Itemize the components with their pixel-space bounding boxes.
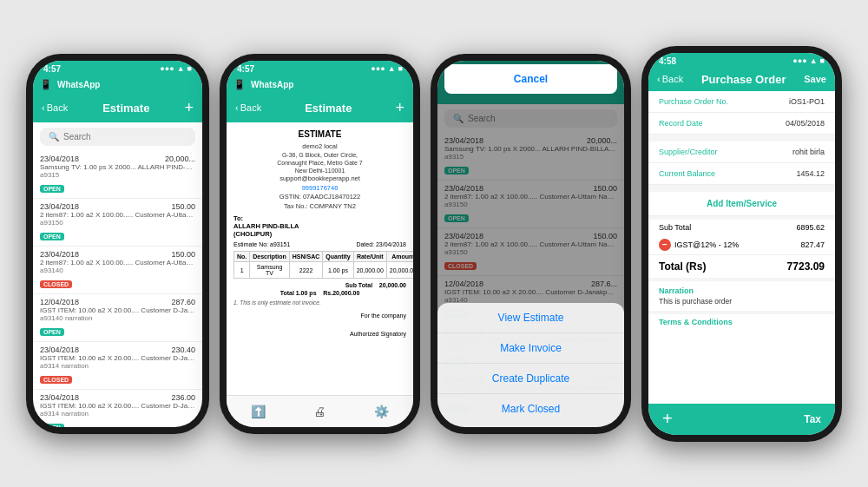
balance-label: Current Balance: [659, 169, 715, 178]
remove-tax-icon[interactable]: −: [659, 239, 671, 251]
nav-bar-4: ‹ Back Purchase Order Save: [648, 68, 835, 91]
total-label: Total (Rs): [659, 260, 706, 273]
po-number-label: Purchase Order No.: [659, 97, 728, 106]
list-item[interactable]: 23/04/2018230.40 IGST ITEM: 10.00 a2 X 2…: [33, 342, 202, 390]
tax-row: − IGST@12% - 12% 827.47: [648, 235, 835, 255]
cancel-action[interactable]: Cancel: [444, 64, 617, 94]
po-content: Purchase Order No. iOS1-PO1 Record Date …: [648, 91, 835, 435]
status-icons-4: ●●● ▲ ■: [792, 56, 825, 65]
search-input-1[interactable]: [63, 132, 187, 141]
battery-icon-2: ■: [398, 64, 403, 73]
nav-bar-2: ‹ Back Estimate +: [227, 94, 413, 122]
doc-subtotal: Sub Total 20,000.00: [233, 282, 406, 288]
signal-icon-4: ●●●: [792, 56, 806, 65]
status-bar-4: 4:58 ●●● ▲ ■: [648, 53, 835, 68]
save-button-4[interactable]: Save: [804, 74, 826, 84]
action-sheet: View Estimate Make Invoice Create Duplic…: [437, 303, 624, 427]
nav-title-2: Estimate: [305, 102, 352, 115]
make-invoice-action[interactable]: Make Invoice: [437, 333, 624, 364]
settings-icon[interactable]: ⚙️: [374, 405, 389, 418]
total-row: Total (Rs) 7723.09: [648, 255, 835, 278]
phone-1: 4:57 ●●● ▲ ■ 📱 WhatsApp ‹ Back Estimate …: [26, 54, 209, 434]
signal-icon-1: ●●●: [160, 64, 174, 73]
phone-2: 4:57 ●●● ▲ ■ 📱 WhatsApp ‹ Back Estimate …: [220, 54, 420, 434]
tax-bottom-button[interactable]: Tax: [804, 413, 821, 425]
search-bar-1[interactable]: 🔍: [40, 128, 195, 146]
wifi-icon-2: ▲: [388, 64, 396, 73]
doc-table: No. Description HSN/SAC Quantity Rate/Un…: [233, 251, 413, 279]
add-item-button[interactable]: Add Item/Service: [648, 192, 835, 216]
time-4: 4:58: [659, 56, 676, 66]
narration-label: Narration: [659, 286, 825, 295]
whatsapp-icon-2: 📱: [233, 79, 246, 90]
status-bar-2: 4:57 ●●● ▲ ■: [227, 61, 413, 76]
doc-info: Estimate No: a93151 Dated: 23/04/2018: [233, 241, 406, 247]
back-button-2[interactable]: ‹ Back: [235, 102, 261, 113]
doc-company: demo2 local G-36, G Block, Outer Circle,…: [233, 142, 406, 212]
estimate-list-1: 23/04/201820,000... Samsung TV: 1.00 ps …: [33, 151, 202, 427]
doc-title: ESTIMATE: [233, 129, 406, 139]
add-bottom-icon[interactable]: +: [662, 409, 673, 429]
narration-section: Narration This is purchase order: [648, 281, 835, 311]
time-2: 4:57: [237, 64, 254, 74]
wifi-icon-4: ▲: [810, 56, 818, 65]
status-icons-1: ●●● ▲ ■: [160, 64, 192, 73]
record-date-field: Record Date 04/05/2018: [648, 113, 835, 135]
divider: [648, 135, 835, 141]
nav-title-4: Purchase Order: [701, 73, 786, 86]
phone-4: 4:58 ●●● ▲ ■ ‹ Back Purchase Order Save …: [641, 46, 842, 442]
supplier-field: Supplier/Creditor rohit birla: [648, 141, 835, 163]
nav-bar-1: ‹ Back Estimate +: [33, 94, 202, 122]
doc-total: Total 1.00 ps Rs.20,000.00: [233, 290, 406, 296]
record-date-value: 04/05/2018: [786, 119, 825, 128]
doc-note: 1. This is only estimate not invoice.: [233, 299, 406, 306]
nav-title-1: Estimate: [102, 102, 149, 115]
status-bar-1: 4:57 ●●● ▲ ■: [33, 61, 202, 76]
add-button-1[interactable]: +: [184, 99, 194, 117]
battery-icon-1: ■: [187, 64, 192, 73]
list-item[interactable]: 12/04/2018287.60 IGST ITEM: 10.00 a2 X 2…: [33, 294, 202, 342]
terms-button[interactable]: Terms & Conditions: [648, 314, 835, 330]
total-value: 7723.09: [787, 260, 825, 273]
back-chevron-icon-2: ‹: [235, 102, 239, 113]
bottom-toolbar-2: ⬆️ 🖨 ⚙️: [227, 395, 413, 427]
po-number-value: iOS1-PO1: [789, 97, 825, 106]
list-item[interactable]: 23/04/2018236.00 IGST ITEM: 10.00 a2 X 2…: [33, 390, 202, 427]
doc-sign: For the company Authorized Signatory: [233, 313, 406, 337]
view-estimate-action[interactable]: View Estimate: [437, 303, 624, 333]
supplier-label: Supplier/Creditor: [659, 148, 718, 156]
search-icon-1: 🔍: [49, 132, 59, 141]
back-chevron-icon-1: ‹: [42, 102, 45, 113]
mark-closed-action[interactable]: Mark Closed: [437, 394, 624, 424]
phone-3: 4:58 ●●● ▲ ■ ‹ Back Estimate + 🔍: [431, 54, 631, 434]
back-button-4[interactable]: ‹ Back: [657, 74, 683, 84]
print-icon[interactable]: 🖨: [313, 405, 326, 418]
divider: [648, 185, 835, 192]
list-item[interactable]: 23/04/201820,000... Samsung TV: 1.00 ps …: [33, 151, 202, 199]
tax-value: 827.47: [800, 240, 825, 249]
whatsapp-bar-2[interactable]: 📱 WhatsApp: [227, 76, 413, 94]
subtotal-row: Sub Total 6895.62: [648, 220, 835, 235]
whatsapp-label-1: WhatsApp: [57, 80, 100, 89]
signal-icon-2: ●●●: [371, 64, 385, 73]
battery-icon-4: ■: [820, 56, 825, 65]
action-sheet-overlay[interactable]: View Estimate Make Invoice Create Duplic…: [437, 61, 624, 427]
share-icon[interactable]: ⬆️: [251, 405, 266, 418]
po-number-field: Purchase Order No. iOS1-PO1: [648, 91, 835, 113]
po-bottom-bar: + Tax: [648, 404, 835, 435]
create-duplicate-action[interactable]: Create Duplicate: [437, 364, 624, 394]
estimate-document: ESTIMATE demo2 local G-36, G Block, Oute…: [227, 122, 413, 395]
whatsapp-bar-1[interactable]: 📱 WhatsApp: [33, 76, 202, 94]
balance-value: 1454.12: [796, 169, 825, 178]
list-item[interactable]: 23/04/2018150.00 2 item87: 1.00 a2 X 100…: [33, 247, 202, 294]
back-button-1[interactable]: ‹ Back: [42, 102, 68, 113]
whatsapp-icon-1: 📱: [40, 79, 52, 90]
doc-to: To: ALLARH PIND-BILLA(CHOLIPUR): [233, 214, 406, 238]
wifi-icon-1: ▲: [177, 64, 185, 73]
supplier-value: rohit birla: [792, 148, 825, 156]
status-icons-2: ●●● ▲ ■: [371, 64, 403, 73]
list-item[interactable]: 23/04/2018150.00 2 item87: 1.00 a2 X 100…: [33, 199, 202, 247]
add-button-2[interactable]: +: [395, 99, 404, 117]
balance-field: Current Balance 1454.12: [648, 163, 835, 185]
whatsapp-label-2: WhatsApp: [251, 80, 293, 89]
